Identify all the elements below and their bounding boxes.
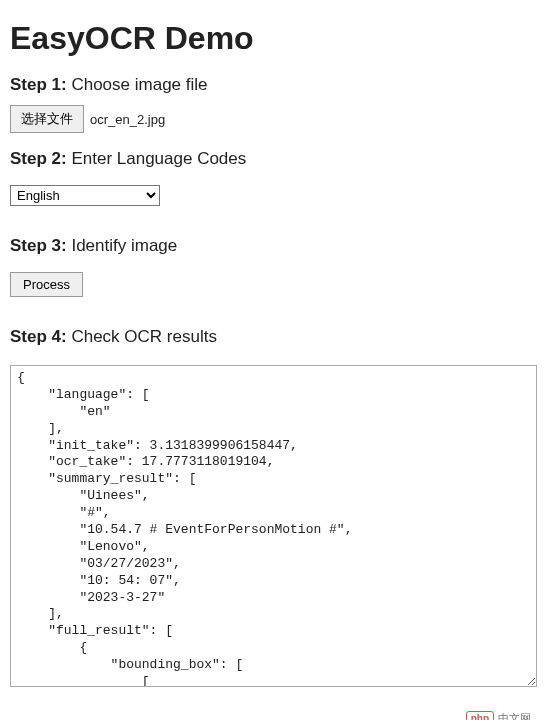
chosen-filename: ocr_en_2.jpg xyxy=(90,112,165,127)
step1-label: Step 1: Choose image file xyxy=(10,75,208,94)
step2-row: Step 2: Enter Language Codes xyxy=(10,149,537,169)
step4-text: Check OCR results xyxy=(71,327,216,346)
step2-text: Enter Language Codes xyxy=(71,149,246,168)
step1-bold: Step 1: xyxy=(10,75,67,94)
watermark-text: 中文网 xyxy=(498,711,531,720)
watermark: php 中文网 xyxy=(466,711,531,720)
choose-file-button[interactable]: 选择文件 xyxy=(10,105,84,133)
step2-bold: Step 2: xyxy=(10,149,67,168)
step4-label: Step 4: Check OCR results xyxy=(10,327,217,346)
step1-text: Choose image file xyxy=(71,75,207,94)
page-title: EasyOCR Demo xyxy=(10,20,537,57)
step3-label: Step 3: Identify image xyxy=(10,236,177,255)
file-input-wrap: 选择文件 ocr_en_2.jpg xyxy=(10,105,537,133)
step4-bold: Step 4: xyxy=(10,327,67,346)
step1-row: Step 1: Choose image file xyxy=(10,75,537,95)
step4-row: Step 4: Check OCR results xyxy=(10,327,537,347)
step3-text: Identify image xyxy=(71,236,177,255)
watermark-logo: php xyxy=(466,711,494,720)
language-select[interactable]: English xyxy=(10,185,160,206)
step3-bold: Step 3: xyxy=(10,236,67,255)
process-button[interactable]: Process xyxy=(10,272,83,297)
step2-label: Step 2: Enter Language Codes xyxy=(10,149,246,168)
step3-row: Step 3: Identify image xyxy=(10,236,537,256)
ocr-results-textarea[interactable] xyxy=(10,365,537,687)
